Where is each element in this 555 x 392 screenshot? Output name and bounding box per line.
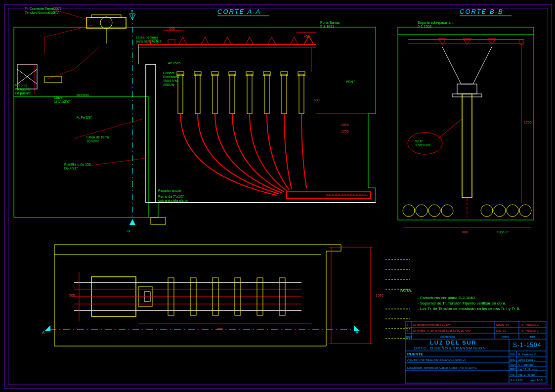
svg-point-85 <box>507 205 518 217</box>
svg-rect-15 <box>146 64 156 203</box>
svg-text:17/8"x3/8": 17/8"x3/8" <box>415 143 431 147</box>
svg-text:DIB.: DIB. <box>510 353 516 356</box>
svg-text:Tubo 3": Tubo 3" <box>497 230 509 234</box>
svg-text:Jorge Posa L.: Jorge Posa L. <box>518 358 536 361</box>
svg-text:1700: 1700 <box>524 121 532 124</box>
svg-text:Se cambió terminales 10 KV: Se cambió terminales 10 KV <box>413 323 450 326</box>
svg-text:LUZ DEL SUR: LUZ DEL SUR <box>430 340 477 346</box>
svg-text:650: 650 <box>217 327 223 331</box>
svg-text:V.B.: V.B. <box>510 373 515 376</box>
rev-b-letter: b <box>407 323 409 326</box>
svg-text:Ing. J. Rosas: Ing. J. Rosas <box>518 373 535 376</box>
svg-rect-53 <box>44 77 62 83</box>
svg-text:1250: 1250 <box>341 130 349 133</box>
svg-text:PUENTE: PUENTE <box>407 352 424 356</box>
plan-view: A A 500 650 1570 <box>42 245 410 346</box>
svg-text:Ing.J.L. Rosas: Ing.J.L. Rosas <box>518 368 537 371</box>
svg-text:Pasador anular: Pasador anular <box>158 189 182 192</box>
svg-text:Línea de tierra101/2x2: Línea de tierra101/2x2 <box>86 135 109 143</box>
svg-text:B: B <box>131 9 133 13</box>
svg-text:Dic. '93: Dic. '93 <box>496 329 506 332</box>
svg-marker-20 <box>129 219 135 225</box>
svg-text:descripción: descripción <box>440 335 455 338</box>
notes-block: NOTA:- - Estructuras ver plano S-2-1040.… <box>400 288 520 311</box>
svg-text:Perno de 7"x1/2"con arandela p: Perno de 7"x1/2"con arandela plana <box>158 195 188 203</box>
svg-rect-29 <box>213 74 217 114</box>
svg-text:Se instaló Tr. de Tensión Spor: Se instaló Tr. de Tensión Spor KIRK 15 A… <box>413 329 471 332</box>
section-corte-bb: 9/16" 17/8"x3/8" 1700 800 Tubo 3" Soport… <box>398 21 534 234</box>
svg-rect-4 <box>86 17 126 28</box>
svg-text:800: 800 <box>462 230 468 234</box>
title-corte-bb: CORTE B-B <box>460 8 504 15</box>
svg-text:9/16": 9/16" <box>415 139 424 143</box>
svg-text:250: 250 <box>169 27 175 30</box>
svg-text:R. Paredes V.: R. Paredes V. <box>521 323 539 326</box>
svg-text:- Estructuras ver plano S-2-10: - Estructuras ver plano S-2-1040. <box>418 296 476 300</box>
svg-line-76 <box>438 119 462 138</box>
svg-point-6 <box>100 17 112 29</box>
svg-point-86 <box>519 205 531 217</box>
svg-text:NOTA:-: NOTA:- <box>400 288 414 293</box>
svg-text:A: A <box>356 331 358 334</box>
svg-point-79 <box>403 205 415 217</box>
svg-rect-74 <box>452 94 482 97</box>
svg-text:REV.: REV. <box>510 368 517 371</box>
svg-text:B: B <box>128 229 130 233</box>
svg-point-84 <box>494 205 506 217</box>
svg-rect-35 <box>264 74 269 114</box>
svg-point-82 <box>441 205 453 217</box>
svg-text:R. Paredes V.: R. Paredes V. <box>518 353 536 356</box>
svg-text:S-1-1504: S-1-1504 <box>513 342 541 348</box>
svg-text:A: Fe 3/8": A: Fe 3/8" <box>77 116 92 119</box>
svg-marker-96 <box>44 325 50 331</box>
svg-text:- Los Tr. de Tensión se instal: - Los Tr. de Tensión se instalarán en la… <box>418 306 520 311</box>
svg-text:R. Paredes V.: R. Paredes V. <box>521 329 539 332</box>
svg-text:mod: mod <box>406 335 412 338</box>
svg-text:A: A <box>42 331 44 334</box>
svg-text:1050: 1050 <box>341 123 349 127</box>
svg-text:Ac 25x5: Ac 25x5 <box>168 61 180 65</box>
svg-text:CENTRO DE TRANSFORMACION 60/10: CENTRO DE TRANSFORMACION 60/10 kV. <box>407 359 467 362</box>
svg-point-81 <box>428 205 440 217</box>
svg-rect-33 <box>247 74 252 114</box>
svg-text:a: a <box>407 329 409 332</box>
svg-rect-39 <box>299 74 304 114</box>
svg-rect-18 <box>151 218 166 224</box>
svg-rect-67 <box>398 27 534 220</box>
title-corte-aa: CORTE A-A <box>217 8 261 15</box>
svg-text:esc 1/15: esc 1/15 <box>531 379 543 382</box>
svg-point-83 <box>481 205 493 217</box>
svg-rect-37 <box>282 74 287 114</box>
svg-text:- Soportes de Tr. Tensión Fija: - Soportes de Tr. Tensión Fijando verifi… <box>418 301 506 305</box>
svg-text:PENT: PENT <box>346 80 355 84</box>
svg-text:Plantilla o.de 150De 4"x3": Plantilla o.de 150De 4"x3" <box>64 163 91 170</box>
svg-text:Morseto: Morseto <box>77 93 89 97</box>
section-corte-aa: B B 250 450 <box>14 9 376 233</box>
svg-text:JUL 1976: JUL 1976 <box>510 379 523 382</box>
svg-text:LlaveLi 1"1/2"6": LlaveLi 1"1/2"6" <box>54 96 71 103</box>
cable-terminals <box>177 72 305 114</box>
svg-rect-27 <box>195 74 200 114</box>
svg-text:1570: 1570 <box>376 294 384 297</box>
svg-rect-72 <box>457 84 477 94</box>
svg-text:Línea de tierrapara bajante N.: Línea de tierrapara bajante N.3 <box>136 36 162 44</box>
svg-rect-73 <box>462 94 472 198</box>
svg-text:REV.: REV. <box>510 363 517 366</box>
svg-text:600: 600 <box>314 98 320 102</box>
svg-point-80 <box>416 205 427 217</box>
svg-text:500: 500 <box>69 294 75 297</box>
svg-text:Disposición Terminal de Cables: Disposición Terminal de Cables Celda Tr.… <box>407 366 477 369</box>
svg-text:A. Hoffmann: A. Hoffmann <box>518 363 534 366</box>
svg-text:DPTO.  DISEÑOS TRANSMISION: DPTO. DISEÑOS TRANSMISION <box>414 346 486 350</box>
svg-rect-25 <box>178 74 183 114</box>
svg-rect-14 <box>168 40 175 44</box>
svg-text:450: 450 <box>304 35 310 38</box>
cad-drawing: CORTE A-A CORTE B-B B B 250 450 <box>0 0 555 392</box>
svg-text:DIS.: DIS. <box>510 358 516 361</box>
svg-text:Marzo '94: Marzo '94 <box>496 323 510 326</box>
svg-marker-98 <box>354 325 360 331</box>
svg-text:firma: firma <box>529 335 536 338</box>
note-tr-corriente: Tr. Corriente Tamel2072Tensión Nominal10… <box>25 7 62 14</box>
svg-rect-31 <box>230 74 235 114</box>
svg-text:Filtro deProtecciónEn puente: Filtro deProtecciónEn puente <box>15 84 31 95</box>
